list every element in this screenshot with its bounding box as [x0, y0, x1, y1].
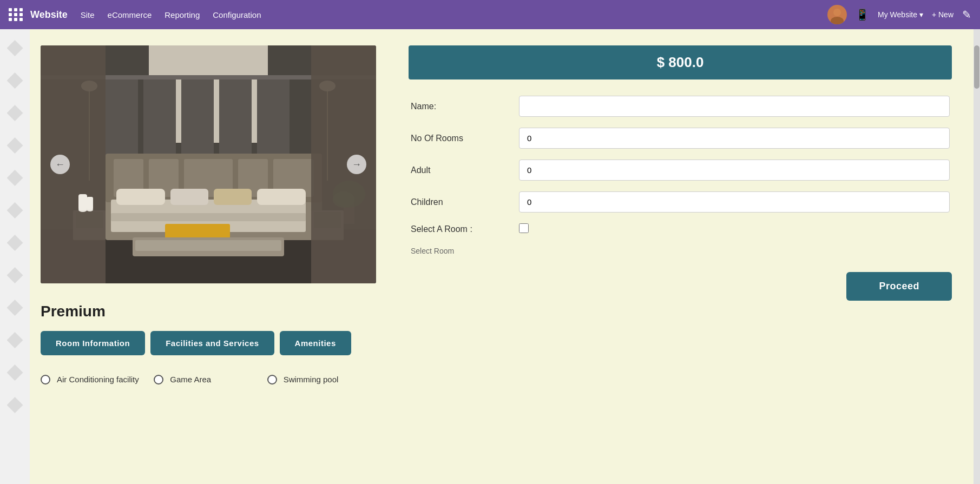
facilities-grid: Air Conditioning facility Game Area Swim…	[41, 374, 376, 392]
name-label: Name:	[409, 90, 517, 122]
facility-label-2: Game Area	[170, 374, 211, 385]
arrow-decoration	[7, 300, 23, 316]
tab-amenities[interactable]: Amenities	[280, 331, 351, 355]
svg-rect-24	[214, 189, 252, 205]
children-row: Children	[409, 186, 952, 218]
prev-arrow[interactable]: ←	[50, 155, 70, 174]
nav-configuration[interactable]: Configuration	[213, 10, 261, 19]
arrow-decoration	[7, 397, 23, 413]
arrow-decoration	[7, 137, 23, 154]
room-image-inner	[41, 45, 376, 283]
arrow-decoration	[7, 332, 23, 348]
tabs-row: Room Information Facilities and Services…	[41, 331, 376, 355]
select-room-note: Select Room	[411, 247, 454, 255]
room-title: Premium	[41, 303, 376, 320]
nav-reporting[interactable]: Reporting	[165, 10, 200, 19]
left-section: ← → Premium Room Information Facilities …	[41, 45, 376, 468]
nav-right-actions: 📱 My Website ▾ + New ✎	[827, 5, 971, 24]
children-input-cell	[517, 186, 952, 218]
arrow-decoration	[7, 202, 23, 218]
select-room-row: Select A Room :	[409, 218, 952, 241]
select-room-checkbox[interactable]	[519, 223, 529, 233]
nav-links: Site eCommerce Reporting Configuration	[81, 10, 827, 19]
arrow-decoration	[7, 170, 23, 186]
sidebar-arrows	[0, 29, 30, 484]
select-room-checkbox-cell	[517, 218, 952, 241]
arrow-decoration	[7, 364, 23, 381]
booking-form: Name: No Of Rooms Adult	[409, 90, 952, 241]
rooms-input[interactable]	[519, 128, 950, 149]
scroll-thumb[interactable]	[974, 45, 979, 89]
apps-icon[interactable]	[9, 7, 24, 22]
nav-ecommerce[interactable]: eCommerce	[108, 10, 152, 19]
facility-radio-3[interactable]	[267, 375, 277, 384]
adult-input[interactable]	[519, 160, 950, 181]
arrow-decoration	[7, 105, 23, 121]
price-header: $ 800.0	[409, 45, 952, 79]
svg-point-1	[831, 17, 844, 24]
tab-room-information[interactable]: Room Information	[41, 331, 145, 355]
facility-item-1: Air Conditioning facility	[41, 374, 149, 385]
svg-rect-25	[257, 189, 306, 205]
facility-label-3: Swimming pool	[284, 374, 339, 385]
scroll-track[interactable]	[974, 29, 980, 484]
svg-rect-40	[78, 194, 87, 210]
proceed-button[interactable]: Proceed	[846, 272, 952, 301]
children-label: Children	[409, 186, 517, 218]
arrow-decoration	[7, 267, 23, 283]
edit-icon[interactable]: ✎	[962, 8, 971, 21]
facility-label-1: Air Conditioning facility	[57, 374, 139, 385]
select-room-label: Select A Room :	[409, 218, 517, 241]
top-navigation: Website Site eCommerce Reporting Configu…	[0, 0, 980, 29]
facility-radio-2[interactable]	[154, 375, 163, 384]
svg-rect-42	[87, 197, 93, 210]
arrow-decoration	[7, 72, 23, 89]
rooms-label: No Of Rooms	[409, 122, 517, 154]
rooms-input-cell	[517, 122, 952, 154]
svg-rect-20	[111, 213, 306, 221]
name-row: Name:	[409, 90, 952, 122]
adult-row: Adult	[409, 154, 952, 186]
adult-input-cell	[517, 154, 952, 186]
new-button[interactable]: + New	[932, 10, 953, 19]
facility-item-2: Game Area	[154, 374, 262, 385]
arrow-decoration	[7, 235, 23, 251]
children-input[interactable]	[519, 191, 950, 213]
nav-site[interactable]: Site	[81, 10, 95, 19]
main-content: ← → Premium Room Information Facilities …	[30, 29, 974, 484]
rooms-row: No Of Rooms	[409, 122, 952, 154]
facilities-section: Air Conditioning facility Game Area Swim…	[41, 368, 376, 397]
name-input-cell	[517, 90, 952, 122]
page-wrapper: ← → Premium Room Information Facilities …	[0, 29, 980, 484]
room-image: ← →	[41, 45, 376, 283]
tab-facilities-services[interactable]: Facilities and Services	[150, 331, 274, 355]
svg-rect-22	[116, 189, 165, 205]
facility-item-3: Swimming pool	[267, 374, 376, 385]
proceed-button-container: Proceed	[409, 272, 952, 301]
svg-rect-23	[170, 189, 208, 205]
name-input[interactable]	[519, 96, 950, 117]
arrow-decoration	[7, 40, 23, 56]
brand-name[interactable]: Website	[30, 9, 68, 21]
svg-rect-44	[135, 240, 281, 251]
svg-rect-38	[311, 45, 376, 283]
mobile-icon[interactable]: 📱	[856, 8, 869, 21]
avatar[interactable]	[827, 5, 847, 24]
next-arrow[interactable]: →	[347, 155, 366, 174]
my-website-link[interactable]: My Website ▾	[878, 10, 923, 19]
adult-label: Adult	[409, 154, 517, 186]
facility-radio-1[interactable]	[41, 375, 50, 384]
right-section: $ 800.0 Name: No Of Rooms	[409, 45, 952, 468]
svg-point-2	[833, 9, 841, 16]
